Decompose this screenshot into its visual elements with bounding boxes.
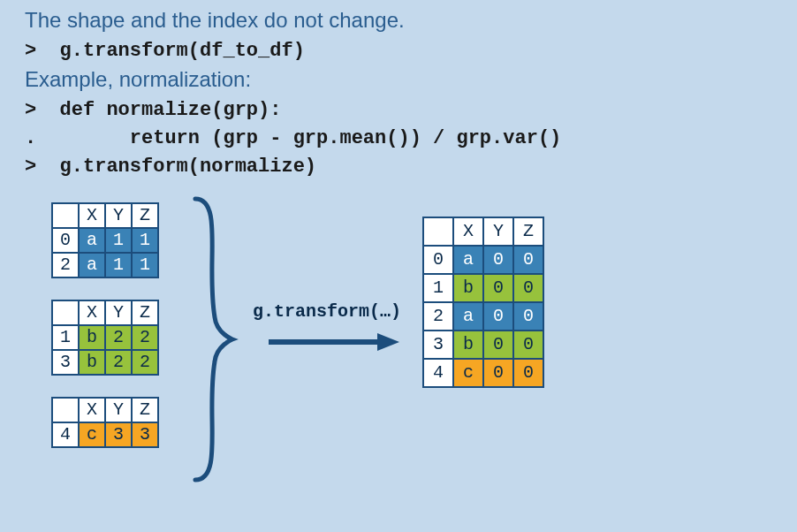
cell: c <box>79 422 105 447</box>
cell: 0 <box>513 359 543 387</box>
row-index: 1 <box>423 274 453 302</box>
code-text: g.transform(normalize) <box>60 156 316 178</box>
explain-line-2: Example, normalization: <box>25 65 797 95</box>
result-table: XYZ 0a00 1b00 2a00 3b00 4c00 <box>422 217 544 388</box>
code-line-2b: . return (grp - grp.mean()) / grp.var() <box>25 125 797 153</box>
cell: 2 <box>105 325 132 350</box>
cell: 3 <box>105 422 132 447</box>
cell: 0 <box>513 331 543 359</box>
code-text: return (grp - grp.mean()) / grp.var() <box>60 127 562 149</box>
cell: 3 <box>132 422 158 447</box>
transform-label: g.transform(…) <box>253 301 401 322</box>
prompt: > <box>25 96 48 125</box>
cell: 1 <box>132 228 158 253</box>
col-header: Y <box>105 300 132 325</box>
cell: 1 <box>105 253 132 277</box>
row-index: 0 <box>423 246 453 274</box>
col-header: X <box>79 203 105 228</box>
cell: 1 <box>105 228 132 253</box>
code-line-2c: > g.transform(normalize) <box>25 153 797 181</box>
diagram: XYZ 0a11 2a11 XYZ 1b22 3b22 XYZ 4c33 g.t… <box>51 202 797 512</box>
col-header: Y <box>105 398 132 422</box>
col-header: X <box>79 300 105 325</box>
cell: a <box>79 253 105 277</box>
arrow-icon <box>267 331 399 353</box>
cell: b <box>79 350 105 375</box>
cell: 2 <box>132 325 158 350</box>
code-line-2a: > def normalize(grp): <box>25 96 797 125</box>
prompt: . <box>25 125 48 153</box>
row-index: 3 <box>423 331 453 359</box>
row-index: 2 <box>52 253 79 277</box>
cell: b <box>453 331 483 359</box>
group-table-b: XYZ 1b22 3b22 <box>51 300 159 376</box>
cell: c <box>453 359 483 387</box>
col-header: Z <box>132 398 158 422</box>
col-header: Z <box>132 300 158 325</box>
svg-marker-1 <box>377 333 399 351</box>
col-header: Y <box>483 217 513 246</box>
cell: 0 <box>513 246 543 274</box>
prompt: > <box>25 153 48 181</box>
cell: b <box>79 325 105 350</box>
row-index: 1 <box>52 325 79 350</box>
row-index: 3 <box>52 350 79 375</box>
prompt: > <box>25 37 48 65</box>
cell: 2 <box>132 350 158 375</box>
code-text: g.transform(df_to_df) <box>60 40 305 62</box>
row-index: 2 <box>423 302 453 331</box>
cell: 2 <box>105 350 132 375</box>
row-index: 4 <box>423 359 453 387</box>
col-header: X <box>79 398 105 422</box>
cell: a <box>453 246 483 274</box>
cell: 0 <box>483 246 513 274</box>
cell: 0 <box>483 359 513 387</box>
cell: 0 <box>483 302 513 331</box>
cell: 0 <box>483 331 513 359</box>
cell: 0 <box>513 302 543 331</box>
code-line-1: > g.transform(df_to_df) <box>25 37 797 65</box>
group-table-c: XYZ 4c33 <box>51 397 159 448</box>
brace-icon <box>188 194 241 485</box>
cell: a <box>453 302 483 331</box>
cell: 0 <box>513 274 543 302</box>
cell: a <box>79 228 105 253</box>
col-header: Y <box>105 203 132 228</box>
explain-line-1: The shape and the index do not change. <box>25 5 797 35</box>
row-index: 0 <box>52 228 79 253</box>
row-index: 4 <box>52 422 79 447</box>
group-table-a: XYZ 0a11 2a11 <box>51 202 159 278</box>
cell: 1 <box>132 253 158 277</box>
code-text: def normalize(grp): <box>60 99 282 121</box>
cell: 0 <box>483 274 513 302</box>
col-header: Z <box>132 203 158 228</box>
cell: b <box>453 274 483 302</box>
col-header: X <box>453 217 483 246</box>
col-header: Z <box>513 217 543 246</box>
